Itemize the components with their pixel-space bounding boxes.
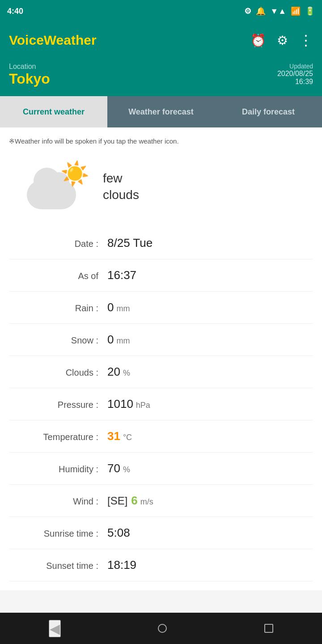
updated-block: Updated 2020/08/25 16:39 [277,63,313,86]
location-block: Location Tokyo [9,63,50,87]
battery-icon: 🔋 [305,6,315,16]
app-bar: VoiceWeather ⏰ ⚙ ⋮ [0,22,322,58]
wind-direction-value: [SE] [107,495,127,507]
pressure-row: Pressure : 1010 hPa [9,388,313,420]
sunrise-row: Sunrise time : 5:08 [9,517,313,549]
notice-text: ※Weather info will be spoken if you tap … [9,136,313,147]
temperature-unit: °C [123,433,132,442]
tab-weather-forecast[interactable]: Weather forecast [107,96,215,127]
updated-label: Updated [277,63,313,70]
updated-time: 16:39 [277,78,313,86]
updated-date: 2020/08/25 [277,70,313,78]
humidity-row: Humidity : 70 % [9,453,313,485]
sunset-label: Sunset time : [9,561,107,571]
pressure-value: 1010 [107,397,133,411]
clouds-value: 20 [107,365,120,379]
snow-unit: mm [116,336,130,346]
wifi-icon: ▼▲ [270,7,286,16]
back-button[interactable]: ◀ [49,620,61,637]
sunset-row: Sunset time : 18:19 [9,549,313,581]
weather-condition: few clouds [94,170,139,203]
wind-row: Wind : [SE] 6 m/s [9,485,313,517]
rain-label: Rain : [9,303,107,314]
alarm-button[interactable]: ⏰ [250,33,266,48]
temperature-value: 31 [107,429,120,443]
location-label: Location [9,63,50,71]
status-icons: ⚙ 🔔 ▼▲ 📶 🔋 [244,6,315,16]
notification-icon: 🔔 [256,6,266,16]
snow-label: Snow : [9,335,107,346]
more-menu-button[interactable]: ⋮ [299,32,313,49]
content-area: ※Weather info will be spoken if you tap … [0,127,322,590]
asof-row: As of 16:37 [9,259,313,292]
asof-value: 16:37 [107,268,136,282]
settings-button[interactable]: ⚙ [277,33,288,48]
date-label: Date : [9,239,107,249]
sun-icon: ☀️ [60,160,89,187]
recent-button[interactable] [264,624,273,633]
clouds-row: Clouds : 20 % [9,356,313,388]
tab-bar: Current weather Weather forecast Daily f… [0,96,322,127]
location-name: Tokyo [9,71,50,87]
sunrise-value: 5:08 [107,526,130,540]
app-title: VoiceWeather [9,33,250,48]
location-row: Location Tokyo Updated 2020/08/25 16:39 [0,58,322,96]
rain-row: Rain : 0 mm [9,292,313,324]
pressure-label: Pressure : [9,400,107,410]
clouds-unit: % [123,369,130,378]
wind-unit: m/s [140,497,153,507]
rain-unit: mm [116,304,130,314]
clouds-label: Clouds : [9,368,107,378]
weather-icon-area[interactable]: ☀️ [22,160,94,214]
humidity-value: 70 [107,462,120,475]
date-value: 8/25 Tue [107,236,153,250]
settings-status-icon: ⚙ [244,6,251,16]
sunrise-label: Sunrise time : [9,529,107,539]
rain-value: 0 [107,301,114,314]
wind-speed-value: 6 [131,494,137,508]
date-row: Date : 8/25 Tue [9,227,313,259]
status-bar: 4:40 ⚙ 🔔 ▼▲ 📶 🔋 [0,0,322,22]
tab-current-weather[interactable]: Current weather [0,96,107,127]
wind-label: Wind : [9,496,107,507]
signal-icon: 📶 [291,6,301,16]
temperature-row: Temperature : 31 °C [9,420,313,453]
tab-daily-forecast[interactable]: Daily forecast [215,96,322,127]
app-bar-icons: ⏰ ⚙ ⋮ [250,32,313,49]
asof-label: As of [9,271,107,281]
humidity-label: Humidity : [9,464,107,475]
sunset-value: 18:19 [107,558,136,572]
temperature-label: Temperature : [9,432,107,442]
humidity-unit: % [123,465,130,475]
snow-row: Snow : 0 mm [9,324,313,356]
home-button[interactable] [158,624,167,633]
snow-value: 0 [107,333,114,347]
bottom-nav: ◀ [0,613,322,644]
weather-main[interactable]: ☀️ few clouds [9,160,313,214]
pressure-unit: hPa [136,401,150,410]
status-time: 4:40 [7,7,244,16]
